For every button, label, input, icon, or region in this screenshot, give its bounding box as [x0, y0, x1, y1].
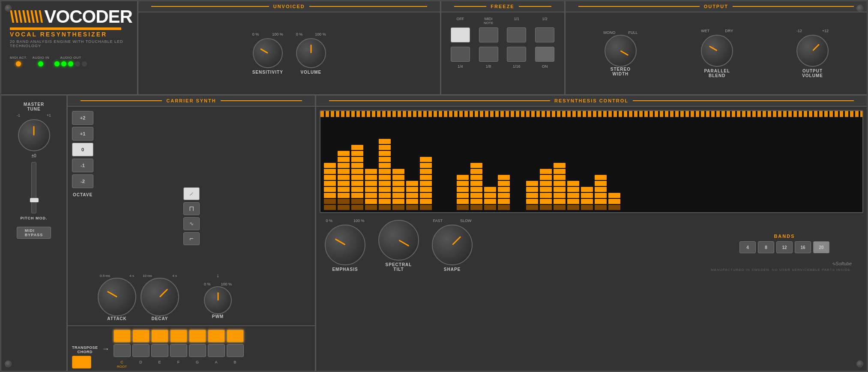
eq-seg [540, 181, 552, 186]
freeze-btn-1-2[interactable] [535, 27, 554, 42]
eq-seg-dim [338, 205, 350, 210]
octave-btn-0[interactable]: 0 [72, 143, 93, 156]
wave-btn-sawtooth[interactable]: ⟋ [183, 187, 200, 200]
stereo-width-group: MONO FULL STEREOWIDTH [603, 30, 638, 76]
eq-seg [338, 181, 350, 186]
freeze-btn-off[interactable] [451, 27, 470, 42]
spectral-tilt-knob[interactable] [378, 220, 419, 261]
freeze-line-right [519, 6, 551, 7]
eq-seg [457, 175, 469, 180]
wave-btn-noise[interactable]: ∿ [183, 217, 200, 230]
band-btn-20[interactable]: 20 [813, 241, 829, 253]
octave-btn-p1[interactable]: +1 [72, 127, 93, 141]
eq-seg [365, 181, 377, 186]
eq-seg [406, 199, 418, 204]
master-tune-knob[interactable] [18, 119, 50, 151]
eq-seg [365, 199, 377, 204]
eq-seg [554, 199, 566, 204]
eq-seg [324, 181, 336, 186]
keyboard-section: TRANSPOSECHORD → [68, 325, 315, 371]
freeze-label-1-4: 1/4 [451, 64, 470, 69]
note-key-b-bottom[interactable] [227, 344, 244, 357]
band-btn-4[interactable]: 4 [739, 241, 756, 253]
eq-seg [526, 193, 538, 198]
main-body: MASTERTUNE -1 +1 ±0 PITCH MOD. MIDIBYPAS… [1, 96, 867, 371]
eq-seg [351, 181, 363, 186]
unvoiced-volume-knob[interactable] [296, 38, 326, 68]
audio-out-label: AUDIO OUT [60, 56, 81, 60]
eq-seg-dim [324, 205, 336, 210]
note-key-c-top[interactable] [114, 330, 131, 342]
eq-seg [526, 187, 538, 192]
pitch-slider-thumb[interactable] [30, 198, 39, 202]
freeze-btn-1-1[interactable] [507, 27, 526, 42]
resynthesis-panel: RESYNTHESIS CONTROL [316, 96, 867, 371]
note-key-a-bottom[interactable] [208, 344, 225, 357]
band-btn-8[interactable]: 8 [758, 241, 774, 253]
note-key-c-bottom[interactable] [114, 344, 131, 357]
eq-seg [351, 151, 363, 156]
eq-seg-dim [498, 205, 510, 210]
spectral-tilt-label: SPECTRALTILT [386, 262, 412, 272]
note-key-g-bottom[interactable] [189, 344, 206, 357]
note-key-a-top[interactable] [208, 330, 225, 342]
bands-buttons: 4 8 12 16 20 [739, 241, 829, 253]
eq-seg [420, 163, 432, 168]
output-header: OUTPUT [566, 1, 867, 12]
note-key-d-bottom[interactable] [132, 344, 150, 357]
emphasis-knob[interactable] [325, 225, 365, 265]
stereo-width-knob[interactable] [605, 35, 637, 67]
freeze-label-1-16: 1/16 [507, 64, 526, 69]
output-volume-knob[interactable] [796, 35, 829, 67]
octave-btn-p2[interactable]: +2 [72, 111, 93, 125]
note-key-f-top[interactable] [170, 330, 187, 342]
eq-seg [338, 151, 350, 156]
eq-top-bar [320, 111, 862, 117]
midi-bypass-button[interactable]: MIDIBYPASS [17, 227, 51, 239]
octave-btn-m1[interactable]: -1 [72, 159, 93, 172]
transpose-button[interactable] [72, 356, 91, 369]
octave-section: +2 +1 0 -1 -2 OCTAVE [72, 111, 93, 321]
freeze-btn-midi[interactable] [479, 27, 498, 42]
freeze-btn-1-8[interactable] [479, 47, 498, 62]
eq-seg-dim [457, 205, 469, 210]
note-key-f-bottom[interactable] [170, 344, 187, 357]
eq-seg [470, 169, 482, 174]
wave-btn-pulse[interactable]: ⌐ [183, 232, 200, 245]
freeze-btn-1-16[interactable] [507, 47, 526, 62]
pwm-knob[interactable] [204, 286, 232, 314]
note-key-b-top[interactable] [227, 330, 244, 342]
octave-btn-m2[interactable]: -2 [72, 174, 93, 188]
pwm-label: PWM [212, 314, 224, 319]
note-key-g-top[interactable] [189, 330, 206, 342]
master-tune-value: ±0 [31, 153, 36, 158]
eq-seg [420, 157, 432, 162]
freeze-btn-1-4[interactable] [451, 47, 470, 62]
eq-seg [392, 169, 404, 174]
eq-seg-dim [392, 205, 404, 210]
eq-seg-dim [567, 205, 579, 210]
band-btn-12[interactable]: 12 [776, 241, 793, 253]
parallel-blend-knob[interactable] [701, 35, 733, 67]
screw-top-right [856, 5, 863, 12]
freeze-label-on: ON [535, 64, 554, 69]
shape-knob[interactable] [432, 225, 473, 265]
pitch-slider[interactable] [31, 162, 36, 213]
note-key-e-top[interactable] [151, 330, 168, 342]
note-key-e-bottom[interactable] [151, 344, 168, 357]
decay-knob[interactable] [141, 278, 179, 316]
note-key-d-top[interactable] [132, 330, 150, 342]
eq-seg [351, 163, 363, 168]
keyboard-row: TRANSPOSECHORD → [72, 330, 311, 369]
resynth-controls: 0 % 100 % EMPHASIS SPECTRALTILT FAST SLO… [316, 216, 867, 276]
wave-btn-square[interactable]: ⊓ [183, 202, 200, 215]
eq-col-18 [581, 113, 593, 210]
eq-seg-dim [420, 205, 432, 210]
eq-seg [420, 169, 432, 174]
band-btn-16[interactable]: 16 [795, 241, 811, 253]
eq-seg [392, 193, 404, 198]
eq-seg-dim [338, 199, 350, 204]
freeze-btn-on[interactable] [535, 47, 554, 62]
attack-knob[interactable] [98, 278, 136, 316]
sensitivity-knob[interactable] [253, 38, 283, 68]
